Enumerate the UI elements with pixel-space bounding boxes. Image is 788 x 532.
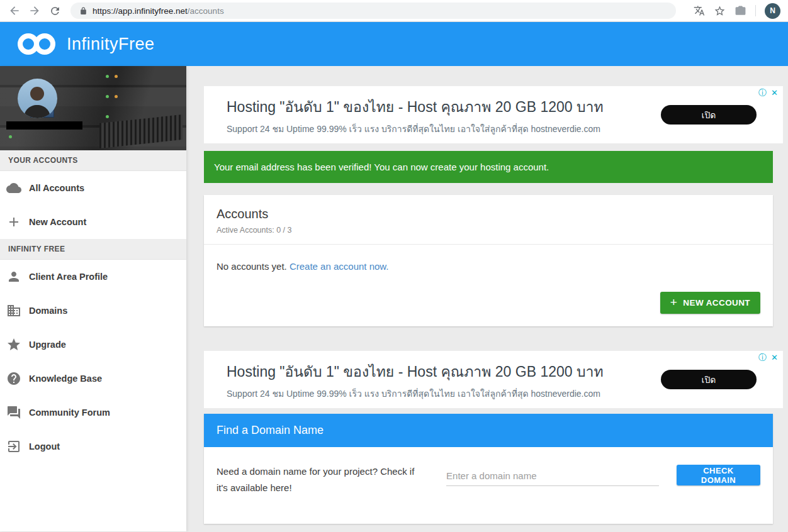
adchoices-controls: ⓘ ✕ [758, 89, 778, 97]
sidebar-item-label: Client Area Profile [29, 272, 108, 282]
brand-name[interactable]: InfinityFree [67, 35, 155, 54]
sidebar-item-logout[interactable]: Logout [0, 429, 186, 463]
sidebar-item-label: All Accounts [29, 183, 84, 193]
led-decoration [106, 75, 109, 78]
ad-close-icon[interactable]: ✕ [771, 89, 778, 97]
active-accounts-count: Active Accounts: 0 / 3 [217, 226, 760, 235]
domain-icon [6, 303, 21, 318]
section-your-accounts: YOUR ACCOUNTS [0, 150, 186, 171]
sidebar-item-label: Community Forum [29, 407, 110, 418]
email-verified-alert: Your email address has been verified! Yo… [204, 151, 773, 183]
sidebar-item-label: Knowledge Base [29, 374, 102, 384]
bookmark-star-icon[interactable] [714, 5, 726, 17]
no-accounts-text: No accounts yet. [217, 261, 290, 272]
ad-open-button[interactable]: เปิด [661, 370, 757, 389]
ad-open-button[interactable]: เปิด [661, 105, 757, 125]
logout-icon [6, 439, 21, 454]
accounts-title: Accounts [217, 207, 760, 221]
accounts-card-header: Accounts Active Accounts: 0 / 3 [204, 195, 773, 245]
forward-icon[interactable] [26, 3, 43, 19]
lock-icon [79, 7, 87, 15]
adchoices-info-icon[interactable]: ⓘ [758, 353, 767, 362]
url-text: https://app.infinityfree.net/accounts [93, 6, 224, 16]
sidebar-item-client-area-profile[interactable]: Client Area Profile [0, 260, 186, 294]
address-bar[interactable]: https://app.infinityfree.net/accounts [70, 3, 676, 19]
ad-banner-bottom[interactable]: ⓘ ✕ Hosting "อันดับ 1" ของไทย - Host คุณ… [204, 351, 783, 408]
adchoices-controls: ⓘ ✕ [758, 353, 778, 362]
plus-icon [6, 214, 21, 230]
help-icon [6, 371, 21, 386]
camera-icon[interactable] [735, 5, 746, 17]
sidebar-item-label: Logout [29, 441, 60, 452]
profile-avatar [18, 79, 57, 118]
url-host: https://app.infinityfree.net [93, 6, 188, 16]
led-decoration [106, 115, 109, 118]
sidebar: YOUR ACCOUNTS All Accounts New Account I… [0, 66, 186, 531]
led-decoration [115, 75, 118, 78]
forum-icon [6, 405, 21, 420]
url-path: /accounts [188, 6, 224, 16]
browser-actions: N [694, 3, 780, 19]
cloud-icon [6, 180, 21, 196]
ad-close-icon[interactable]: ✕ [771, 353, 778, 362]
browser-profile-avatar[interactable]: N [765, 3, 780, 19]
ad-banner-top[interactable]: ⓘ ✕ Hosting "อันดับ 1" ของไทย - Host คุณ… [204, 86, 783, 143]
find-domain-panel: Find a Domain Name Need a domain name fo… [204, 414, 773, 524]
sidebar-item-upgrade[interactable]: Upgrade [0, 328, 186, 362]
star-icon [6, 337, 21, 352]
sidebar-item-label: New Account [29, 217, 86, 227]
find-domain-title: Find a Domain Name [204, 414, 773, 447]
sidebar-item-label: Upgrade [29, 340, 66, 350]
app-header: InfinityFree [0, 22, 788, 66]
sidebar-item-knowledge-base[interactable]: Knowledge Base [0, 362, 186, 396]
led-decoration [115, 95, 118, 98]
plus-icon: + [670, 296, 678, 309]
translate-icon[interactable] [694, 5, 705, 16]
adchoices-info-icon[interactable]: ⓘ [758, 89, 767, 97]
sidebar-item-domains[interactable]: Domains [0, 294, 186, 328]
new-account-button[interactable]: + NEW ACCOUNT [660, 292, 760, 314]
section-infinity-free: INFINITY FREE [0, 239, 186, 260]
back-icon[interactable] [6, 3, 23, 19]
reload-icon[interactable] [47, 3, 63, 19]
accounts-card-footer: + NEW ACCOUNT [204, 292, 773, 326]
server-vents-decoration [99, 114, 183, 148]
accounts-card: Accounts Active Accounts: 0 / 3 No accou… [204, 195, 773, 326]
led-decoration [106, 95, 109, 98]
find-domain-description: Need a domain name for your project? Che… [217, 463, 420, 524]
sidebar-item-new-account[interactable]: New Account [0, 205, 186, 239]
person-icon [6, 269, 21, 284]
sidebar-item-label: Domains [29, 306, 67, 316]
create-account-link[interactable]: Create an account now. [290, 261, 389, 272]
accounts-card-body: No accounts yet. Create an account now. [204, 245, 773, 292]
sidebar-item-all-accounts[interactable]: All Accounts [0, 171, 186, 205]
divider [755, 5, 756, 16]
led-decoration [9, 135, 12, 138]
browser-chrome: https://app.infinityfree.net/accounts N [0, 0, 788, 22]
infinity-logo-icon[interactable] [15, 30, 58, 58]
new-account-button-label: NEW ACCOUNT [683, 298, 750, 308]
find-domain-body: Need a domain name for your project? Che… [204, 447, 773, 524]
profile-banner [0, 66, 186, 150]
sidebar-item-community-forum[interactable]: Community Forum [0, 396, 186, 429]
domain-search-input[interactable] [446, 466, 659, 486]
check-domain-button[interactable]: CHECK DOMAIN [677, 465, 760, 485]
username-redacted [6, 121, 82, 130]
main-content: ⓘ ✕ Hosting "อันดับ 1" ของไทย - Host คุณ… [186, 66, 788, 531]
